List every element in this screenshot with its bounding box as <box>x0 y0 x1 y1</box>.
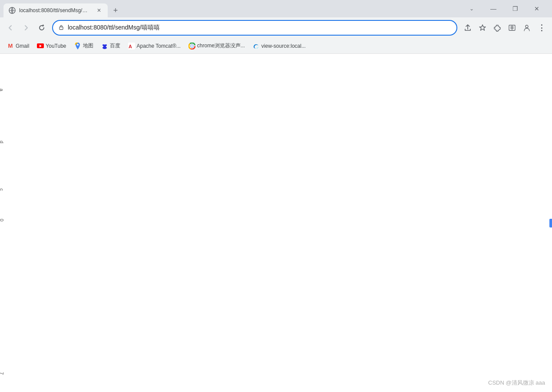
bookmark-maps-label: 地图 <box>83 42 93 49</box>
edge-icon <box>253 43 260 49</box>
new-tab-button[interactable]: + <box>109 4 122 16</box>
browser-chrome: localhost:8080/ttl/sendMsg/嘻… ✕ + ⌄ — ❐ … <box>0 0 552 54</box>
bookmark-star-button[interactable] <box>476 21 489 35</box>
bookmarks-bar: M Gmail YouTube 地图 <box>0 38 552 54</box>
toolbar-actions: ⋮ <box>461 21 549 35</box>
extensions-button[interactable] <box>490 21 504 35</box>
bookmark-tomcat[interactable]: A Apache Tomcat®... <box>125 41 184 51</box>
svg-point-13 <box>103 44 106 47</box>
profile-button[interactable] <box>520 21 534 35</box>
bookmark-maps[interactable]: 地图 <box>71 40 97 51</box>
tab-favicon <box>9 7 16 14</box>
tab-close-button[interactable]: ✕ <box>96 7 102 14</box>
page-content: a d c 0 7 CSDN @清风微凉 aaa <box>0 54 552 392</box>
maps-icon <box>74 43 81 49</box>
gmail-icon: M <box>7 43 14 49</box>
bookmark-chrome-label: chrome浏览器没声... <box>197 42 245 49</box>
bookmark-baidu-label: 百度 <box>110 42 120 49</box>
chrome-icon <box>188 43 195 49</box>
window-minimize-button[interactable]: — <box>483 2 503 16</box>
window-controls: ⌄ — ❐ ✕ <box>462 2 549 16</box>
svg-point-21 <box>191 45 193 47</box>
right-scroll-indicator <box>549 219 552 227</box>
window-maximize-button[interactable]: ❐ <box>505 2 525 16</box>
reload-button[interactable] <box>35 21 49 35</box>
title-bar: localhost:8080/ttl/sendMsg/嘻… ✕ + ⌄ — ❐ … <box>0 0 552 17</box>
reading-mode-button[interactable] <box>505 21 519 35</box>
bookmark-baidu[interactable]: 百度 <box>98 40 124 51</box>
window-chevron-button[interactable]: ⌄ <box>462 2 482 16</box>
share-button[interactable] <box>461 21 475 35</box>
bookmark-chrome-no-sound[interactable]: chrome浏览器没声... <box>185 40 248 51</box>
svg-rect-3 <box>59 27 63 30</box>
forward-button[interactable] <box>19 21 33 35</box>
active-tab[interactable]: localhost:8080/ttl/sendMsg/嘻… ✕ <box>3 3 108 17</box>
svg-text:A: A <box>129 44 132 49</box>
bookmark-view-source-label: view-source:local... <box>261 43 306 49</box>
bookmark-gmail[interactable]: M Gmail <box>3 41 33 51</box>
bookmark-view-source[interactable]: view-source:local... <box>249 41 309 51</box>
svg-point-9 <box>77 44 79 46</box>
youtube-icon <box>37 43 44 49</box>
toolbar: ⋮ <box>0 17 552 38</box>
bookmark-tomcat-label: Apache Tomcat®... <box>137 43 181 49</box>
tab-title: localhost:8080/ttl/sendMsg/嘻… <box>19 7 92 14</box>
svg-point-8 <box>526 25 528 28</box>
baidu-icon <box>101 43 108 49</box>
lock-icon <box>58 24 64 32</box>
bookmark-gmail-label: Gmail <box>16 43 29 49</box>
bookmark-youtube-label: YouTube <box>46 43 66 49</box>
left-edge-artifacts: a d c 0 7 <box>0 54 3 392</box>
window-close-button[interactable]: ✕ <box>527 2 547 16</box>
bookmark-youtube[interactable]: YouTube <box>33 41 69 51</box>
address-bar[interactable] <box>52 20 457 36</box>
watermark: CSDN @清风微凉 aaa <box>488 379 545 387</box>
tabs-area: localhost:8080/ttl/sendMsg/嘻… ✕ + <box>3 0 462 17</box>
address-input[interactable] <box>68 24 451 31</box>
back-button[interactable] <box>3 21 17 35</box>
tomcat-icon: A <box>128 43 135 49</box>
menu-button[interactable]: ⋮ <box>535 21 549 35</box>
